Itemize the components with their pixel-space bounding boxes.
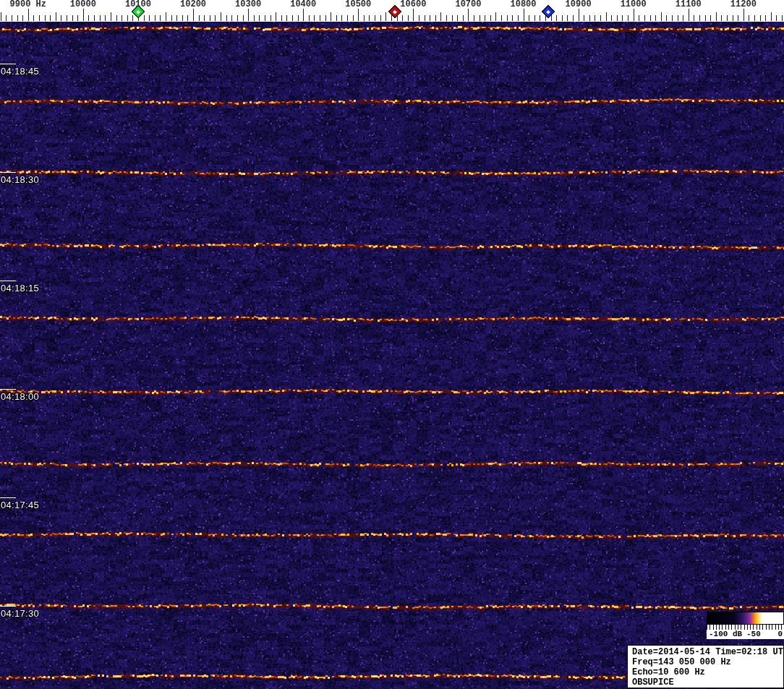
time-tick (0, 64, 16, 64)
time-tick (0, 389, 16, 390)
time-text: 04:18:15 (1, 283, 39, 294)
ruler-label-11100: 11100 (676, 0, 702, 9)
frequency-ruler[interactable]: 9900 Hz100001010010200103001040010500106… (0, 0, 784, 22)
info-line-echo: Echo=10 600 Hz (632, 667, 783, 677)
ruler-label-10500: 10500 (345, 0, 371, 9)
colorbar-ticks (707, 625, 784, 630)
green-marker-center-dot (136, 9, 140, 14)
info-line-datetime: Date=2014-05-14 Time=02:18 UTC (632, 647, 783, 657)
time-tick (0, 172, 16, 173)
info-line-station: OBSUPICE (632, 677, 783, 688)
time-text: 04:18:45 (1, 66, 39, 77)
ruler-label-10800: 10800 (511, 0, 537, 9)
waterfall-window: 9900 Hz100001010010200103001040010500106… (0, 0, 784, 689)
time-text: 04:17:45 (1, 500, 39, 510)
ruler-label-10700: 10700 (455, 0, 481, 9)
ruler-label-10000: 10000 (70, 0, 96, 9)
spectrogram-canvas[interactable] (0, 0, 784, 689)
colorbar[interactable]: -100 dB -50 0 (707, 612, 784, 639)
info-box: Date=2014-05-14 Time=02:18 UTC Freq=143 … (627, 645, 784, 688)
ruler-label-11200: 11200 (730, 0, 757, 9)
ruler-label-10300: 10300 (235, 0, 261, 9)
time-tick (0, 606, 16, 607)
time-text: 04:18:00 (1, 391, 39, 402)
ruler-label-10400: 10400 (290, 0, 316, 9)
blue-marker-diamond-icon[interactable] (542, 5, 555, 18)
ruler-label-9900: 9900 Hz (10, 0, 46, 9)
ruler-label-10200: 10200 (180, 0, 206, 9)
ruler-label-11000: 11000 (621, 0, 647, 9)
colorbar-labels: -100 dB -50 0 (707, 630, 784, 639)
colorbar-label-min: -100 dB (709, 630, 742, 638)
ruler-label-10900: 10900 (566, 0, 592, 9)
time-text: 04:18:30 (1, 174, 39, 185)
colorbar-gradient[interactable] (707, 612, 784, 625)
red-marker-center-dot (393, 9, 397, 14)
info-line-frequency: Freq=143 050 000 Hz (632, 657, 783, 667)
colorbar-label-mid: -50 (746, 630, 761, 638)
time-tick (0, 497, 16, 498)
ruler-label-10600: 10600 (400, 0, 426, 9)
colorbar-label-max: 0 (777, 630, 783, 638)
time-text: 04:17:30 (1, 608, 39, 619)
time-tick (0, 281, 16, 281)
blue-marker-center-dot (546, 9, 550, 14)
